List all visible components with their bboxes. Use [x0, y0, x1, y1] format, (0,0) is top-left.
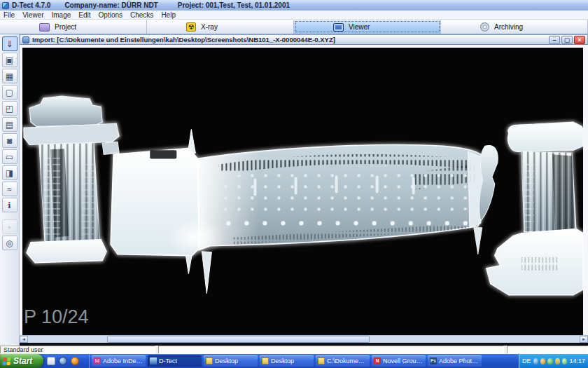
toolbar-monitor-button[interactable]: ▭: [2, 149, 18, 164]
disc-icon: [480, 22, 489, 32]
scroll-right-arrow[interactable]: ►: [580, 336, 588, 343]
save-icon: ▣: [6, 55, 13, 65]
windows-flag-icon: [2, 357, 10, 365]
tab-archiving[interactable]: Archiving: [441, 20, 588, 34]
menu-image[interactable]: Image: [52, 11, 71, 19]
start-button[interactable]: Start: [0, 354, 43, 368]
language-indicator[interactable]: DE: [522, 357, 531, 364]
menu-file[interactable]: File: [4, 11, 15, 19]
status-field-3: [507, 346, 588, 354]
open-folder-icon: ◰: [6, 104, 13, 114]
show-desktop-icon[interactable]: [47, 357, 55, 365]
frames-icon: ▦: [6, 71, 13, 81]
toolbar-save-as-button[interactable]: ▤: [2, 117, 18, 132]
toolbar-target-button[interactable]: ◎: [2, 236, 18, 250]
tray-status-icon[interactable]: [562, 358, 567, 364]
module-tabbar: Project ☢ X-ray Viewer Archiving: [0, 20, 588, 34]
toolbar-picture-button[interactable]: ◨: [2, 165, 18, 180]
toolbar-save-button[interactable]: ▣: [2, 53, 18, 67]
new-image-icon: ▢: [6, 88, 13, 97]
tray-lock-icon[interactable]: [555, 358, 560, 364]
tab-xray-label: X-ray: [201, 23, 218, 31]
app-titlebar: D-Tect 4.7.0 Company-name: DÜRR NDT Proj…: [0, 0, 588, 11]
window-controls: – ▢ ×: [549, 36, 585, 44]
tab-viewer[interactable]: Viewer: [294, 20, 441, 34]
picture-icon: ◨: [6, 168, 13, 178]
screen-icon: ▭: [6, 152, 13, 162]
scrollbar-track[interactable]: [28, 336, 580, 343]
menu-help[interactable]: Help: [161, 11, 176, 19]
tray-globe-icon[interactable]: [533, 358, 538, 364]
menu-options[interactable]: Options: [99, 11, 122, 19]
photoshop-icon: Ps: [430, 357, 437, 364]
xray-radiograph: P 10/24: [22, 48, 583, 335]
project-label: Project: 001,Test, Test, 01.01.2001: [178, 1, 290, 9]
dtect-icon: [150, 357, 157, 364]
taskbar-clock[interactable]: 14:17: [569, 357, 585, 364]
quick-launch-bar: [43, 354, 90, 368]
folder-icon: [318, 357, 325, 364]
desktop-screen: D-Tect 4.7.0 Company-name: DÜRR NDT Proj…: [0, 0, 588, 368]
info-icon: ℹ: [8, 200, 11, 210]
close-button[interactable]: ×: [574, 36, 585, 44]
toolbar-new-image-button[interactable]: ▢: [2, 85, 18, 100]
tab-project-label: Project: [55, 23, 76, 31]
tab-xray[interactable]: ☢ X-ray: [147, 20, 294, 34]
workspace: ⇓ ▣ ▦ ▢ ◰ ▤ ◙ ▭ ◨ ≈ ℹ ▫ ◎ Import: [C:\Do…: [0, 34, 588, 346]
side-toolbar: ⇓ ▣ ▦ ▢ ◰ ▤ ◙ ▭ ◨ ≈ ℹ ▫ ◎: [0, 34, 20, 346]
system-tray: DE 14:17: [519, 354, 588, 368]
quick-launch-app-icon[interactable]: [59, 357, 67, 365]
scrollbar-thumb[interactable]: [107, 336, 370, 343]
toolbar-lock-button[interactable]: ◙: [2, 133, 18, 148]
start-label: Start: [13, 356, 32, 366]
menubar: File Viewer Image Edit Options Checks He…: [0, 11, 588, 20]
image-counter-overlay: P 10/24: [24, 306, 89, 327]
right-blade-shroud: [508, 122, 583, 151]
folder-icon: [206, 357, 213, 364]
groupwise-icon: N: [374, 357, 381, 364]
disabled-tool-icon: ▫: [8, 222, 10, 232]
tray-update-icon[interactable]: [540, 358, 545, 364]
taskbar-button-indesign[interactable]: Id Adobe InDesign CS3: [92, 355, 146, 367]
import-window-title: Import: [C:\Dokumente und Einstellungen\…: [32, 36, 546, 43]
xray-canvas[interactable]: P 10/24: [22, 48, 583, 335]
menu-edit[interactable]: Edit: [78, 11, 90, 19]
tab-project[interactable]: Project: [0, 20, 147, 34]
taskbar-button-desktop-2[interactable]: Desktop: [260, 355, 314, 367]
viewer-frame: P 10/24: [20, 45, 588, 335]
restore-button[interactable]: ▢: [561, 36, 573, 44]
horizontal-scrollbar: ◄ ►: [20, 335, 588, 343]
tray-antivirus-icon[interactable]: [547, 358, 552, 364]
taskbar-button-dtect[interactable]: D-Tect: [148, 355, 202, 367]
firefox-icon[interactable]: [71, 357, 79, 365]
windows-taskbar: Start Id Adobe InDesign CS3 D-Tect Deskt…: [0, 354, 588, 368]
taskbar-button-photoshop[interactable]: Ps Adobe Photoshop CS...: [428, 355, 482, 367]
app-title: D-Tect 4.7.0: [12, 1, 50, 9]
save-as-icon: ▤: [6, 120, 13, 130]
radiation-icon: ☢: [186, 22, 196, 32]
import-window: Import: [C:\Dokumente und Einstellungen\…: [20, 34, 588, 346]
toolbar-import-button[interactable]: ⇓: [2, 36, 18, 51]
target-icon: ◎: [6, 238, 13, 248]
monitor-icon: [333, 23, 344, 32]
root-notch: [150, 150, 176, 158]
taskbar-button-groupwise[interactable]: N Novell GroupWise - N...: [372, 355, 426, 367]
scroll-left-arrow[interactable]: ◄: [20, 336, 28, 343]
toolbar-info-button[interactable]: ℹ: [2, 198, 18, 212]
status-field-2: [158, 346, 504, 354]
status-user: Standard user: [0, 346, 155, 354]
toolbar-signature-button[interactable]: ≈: [2, 182, 18, 196]
statusbar: Standard user: [0, 346, 588, 354]
import-window-titlebar[interactable]: Import: [C:\Dokumente und Einstellungen\…: [20, 34, 588, 45]
taskbar-button-dokumente[interactable]: C:\Dokumente und Ei...: [316, 355, 370, 367]
import-icon: ⇓: [6, 39, 13, 49]
toolbar-frames-button[interactable]: ▦: [2, 69, 18, 83]
tab-archiving-label: Archiving: [494, 23, 523, 31]
indesign-icon: Id: [94, 357, 101, 364]
toolbar-open-button[interactable]: ◰: [2, 101, 18, 116]
taskbar-button-desktop-1[interactable]: Desktop: [204, 355, 258, 367]
menu-checks[interactable]: Checks: [130, 11, 153, 19]
minimize-button[interactable]: –: [549, 36, 560, 44]
menu-viewer[interactable]: Viewer: [22, 11, 43, 19]
task-buttons: Id Adobe InDesign CS3 D-Tect Desktop Des…: [90, 354, 519, 368]
